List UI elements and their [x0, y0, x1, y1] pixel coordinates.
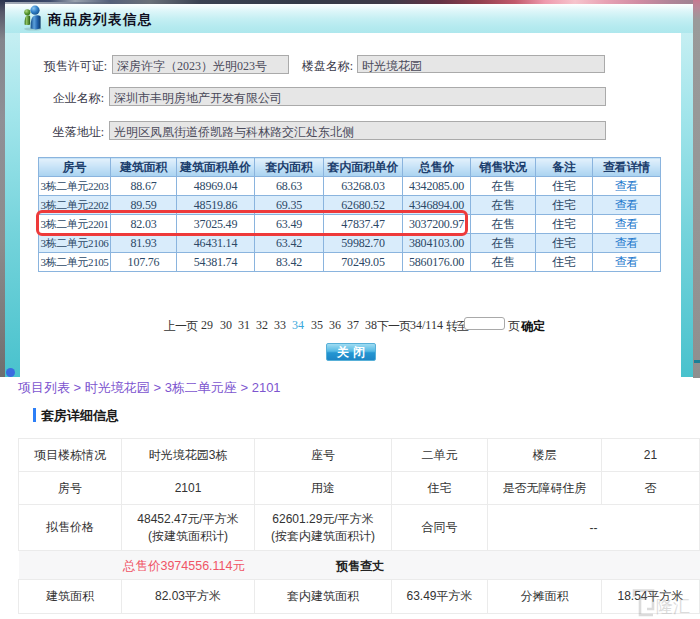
svg-text:隆汇: 隆汇 [656, 597, 690, 616]
